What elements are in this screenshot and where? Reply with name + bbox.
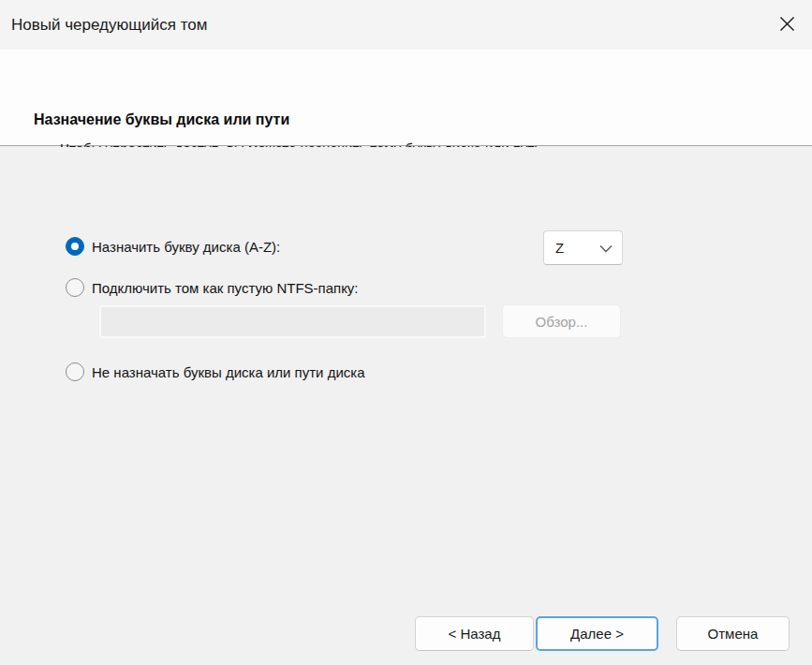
browse-button[interactable]: Обзор... [502, 304, 621, 338]
cancel-button[interactable]: Отмена [676, 616, 790, 651]
drive-letter-dropdown[interactable]: Z [543, 230, 623, 265]
page-header: Назначение буквы диска или пути Чтобы уп… [0, 50, 812, 146]
back-button[interactable]: < Назад [415, 616, 534, 651]
chevron-down-icon [599, 240, 613, 257]
titlebar: Новый чередующийся том [0, 0, 812, 50]
radio-no-assign-label[interactable]: Не назначать буквы диска или пути диска [92, 363, 365, 382]
close-icon [779, 16, 795, 35]
ntfs-path-input[interactable] [99, 305, 486, 338]
radio-no-assign[interactable] [66, 362, 84, 381]
radio-mount-ntfs-folder[interactable] [66, 278, 84, 297]
radio-assign-drive-letter[interactable] [66, 237, 84, 256]
page-body: Назначить букву диска (A-Z): Z Подключит… [0, 147, 812, 665]
close-button[interactable] [765, 0, 808, 50]
wizard-dialog: Новый чередующийся том Назначение буквы … [0, 0, 812, 665]
page-title: Назначение буквы диска или пути [34, 111, 289, 128]
radio-mount-ntfs-folder-label[interactable]: Подключить том как пустую NTFS-папку: [92, 279, 359, 298]
window-title: Новый чередующийся том [11, 0, 207, 50]
radio-assign-drive-letter-label[interactable]: Назначить букву диска (A-Z): [92, 238, 280, 257]
drive-letter-value: Z [555, 240, 599, 256]
radio-dot [71, 243, 79, 250]
next-button[interactable]: Далее > [536, 616, 658, 651]
